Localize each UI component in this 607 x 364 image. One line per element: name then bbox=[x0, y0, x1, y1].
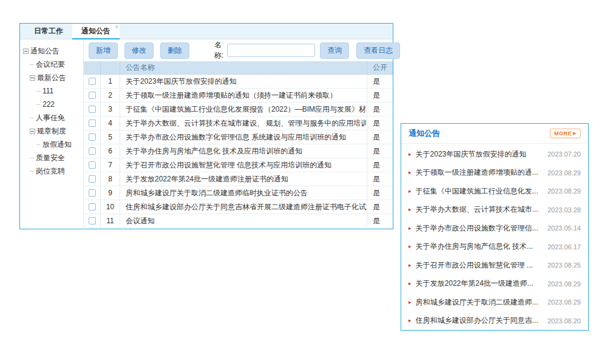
row-checkbox[interactable] bbox=[89, 133, 96, 141]
table-row[interactable]: 11 会议通知 是 bbox=[84, 214, 393, 228]
row-number-cell: 3 bbox=[101, 103, 120, 116]
table-row[interactable]: 10 住房和城乡建设部办公厅关于同意吉林省开展二级建造师注册证书电子化试点的..… bbox=[84, 200, 393, 214]
table-row[interactable]: 6 关于举办住房与房地产信息化 技术及应用培训班的通知 是 bbox=[84, 144, 393, 158]
table-row[interactable]: 4 关于举办大数据、云计算技术在城市建设、 规划、管理与服务中的应用培训班的..… bbox=[84, 116, 393, 130]
tree-item[interactable]: 规章制度 bbox=[20, 124, 83, 138]
collapse-minus-icon[interactable] bbox=[30, 75, 35, 81]
tree-item[interactable]: 质量安全 bbox=[20, 151, 83, 164]
table-row[interactable]: 7 关于召开市政公用设施智慧化管理 信息技术与应用培训班的通知 是 bbox=[84, 158, 393, 172]
notice-item-date: 2023.08.29 bbox=[548, 187, 581, 195]
tab-notice-announcement[interactable]: 通知公告 × bbox=[72, 24, 120, 39]
tree-item[interactable]: 会议纪要 bbox=[20, 58, 83, 71]
view-log-button[interactable]: 查看日志 bbox=[356, 42, 400, 59]
row-checkbox[interactable] bbox=[89, 147, 96, 155]
bullet-arrow-icon: ▸ bbox=[409, 170, 412, 175]
category-tree: 通知公告 会议纪要 最新公告 111 222 人事任免 规章制度 放假通知 质量… bbox=[20, 39, 84, 229]
tree-item-label: 最新公告 bbox=[37, 73, 66, 83]
notice-item-date: 2023.06.17 bbox=[548, 243, 581, 251]
tree-item-label: 岗位竞聘 bbox=[36, 166, 65, 177]
checkbox-cell bbox=[84, 75, 101, 88]
row-checkbox[interactable] bbox=[89, 175, 96, 183]
tab-label: 日常工作 bbox=[34, 26, 63, 36]
notice-widget-title: 通知公告 bbox=[409, 128, 440, 139]
bullet-arrow-icon: ▸ bbox=[409, 300, 412, 305]
tree-item[interactable]: 放假通知 bbox=[20, 138, 83, 151]
table-row[interactable]: 5 关于举办市政公用设施数字化管理信息 系统建设与应用培训班的通知 是 bbox=[84, 130, 393, 144]
row-public-cell: 是 bbox=[367, 146, 393, 157]
notice-list-item[interactable]: ▸ 关于领取一级注册建造师增项贴的通... 2023.08.29 bbox=[409, 164, 581, 183]
checkbox-cell bbox=[84, 172, 101, 186]
row-number-cell: 9 bbox=[101, 186, 120, 200]
row-title-cell: 关于领取一级注册建造师增项贴的通知（须持一建证书前来领取） bbox=[120, 89, 367, 102]
tree-item[interactable]: 最新公告 bbox=[20, 71, 83, 84]
notice-item-title: 房和城乡建设厅关于取消二级建造师... bbox=[416, 297, 543, 308]
table-row[interactable]: 2 关于领取一级注册建造师增项贴的通知（须持一建证书前来领取） 是 bbox=[84, 89, 393, 103]
notice-item-title: 关于举办大数据、云计算技术在城市... bbox=[416, 204, 543, 215]
main-area: 新增 修改 删除 名称: 查询 查看日志 公告名称 公开 1 关于2023年国庆 bbox=[84, 39, 393, 229]
row-checkbox[interactable] bbox=[89, 106, 96, 113]
notice-list-item[interactable]: ▸ 关于召开市政公用设施智慧化管理 ... 2023.08.25 bbox=[409, 256, 581, 275]
tree-item[interactable]: 人事任免 bbox=[20, 111, 83, 124]
notice-item-date: 2023.08.25 bbox=[548, 261, 581, 269]
tab-daily-work[interactable]: 日常工作 bbox=[25, 24, 72, 39]
row-title-cell: 会议通知 bbox=[120, 214, 367, 228]
bullet-arrow-icon: ▸ bbox=[409, 189, 412, 194]
tree-branch-line bbox=[30, 118, 34, 118]
tree-item-label: 放假通知 bbox=[42, 140, 72, 150]
notice-list-item[interactable]: ▸ 关于举办大数据、云计算技术在城市... 2023.03.28 bbox=[409, 201, 581, 220]
row-checkbox[interactable] bbox=[89, 217, 96, 224]
row-checkbox[interactable] bbox=[89, 161, 96, 169]
notice-list-item[interactable]: ▸ 关于举办市政公用设施数字化管理信... 2023.05.14 bbox=[409, 219, 581, 238]
notice-management-panel: 日常工作 通知公告 × 通知公告 会议纪要 最新公告 111 222 人事任免 … bbox=[19, 23, 393, 229]
row-title-cell: 关于2023年国庆节放假安排的通知 bbox=[120, 75, 367, 88]
notice-list-item[interactable]: ▸ 于征集《中国建筑施工行业信息化发... 2023.08.29 bbox=[409, 182, 581, 201]
row-number-cell: 6 bbox=[101, 144, 120, 158]
table-row[interactable]: 3 于征集《中国建筑施工行业信息化发展报告（2022）—BIM应用与发展》材料的… bbox=[84, 103, 393, 116]
notice-item-title: 关于召开市政公用设施智慧化管理 ... bbox=[416, 260, 543, 271]
tree-item[interactable]: 通知公告 bbox=[20, 44, 83, 58]
table-row[interactable]: 8 关于发放2022年第24批一级建造师注册证书的通知 是 bbox=[84, 172, 393, 186]
notice-list-item[interactable]: ▸ 关于举办住房与房地产信息化 技术... 2023.06.17 bbox=[409, 238, 581, 257]
delete-button[interactable]: 删除 bbox=[160, 42, 189, 59]
notice-list: ▸ 关于2023年国庆节放假安排的通知 2023.07.20 ▸ 关于领取一级注… bbox=[401, 144, 588, 330]
notice-list-item[interactable]: ▸ 房和城乡建设厅关于取消二级建造师... 2023.08.29 bbox=[409, 293, 581, 312]
row-number-cell: 1 bbox=[101, 75, 120, 88]
notice-item-title: 关于发放2022年第24批一级建造师... bbox=[416, 278, 543, 289]
row-checkbox[interactable] bbox=[89, 189, 96, 197]
name-input[interactable] bbox=[227, 44, 315, 57]
tree-item[interactable]: 111 bbox=[20, 84, 83, 98]
notice-list-item[interactable]: ▸ 关于2023年国庆节放假安排的通知 2023.07.20 bbox=[409, 145, 581, 164]
table-header-row: 公告名称 公开 bbox=[84, 61, 393, 75]
notice-list-item[interactable]: ▸ 关于发放2022年第24批一级建造师... 2023.08.29 bbox=[409, 275, 581, 294]
row-checkbox[interactable] bbox=[89, 78, 96, 85]
tab-label: 通知公告 bbox=[81, 26, 110, 36]
more-button[interactable]: MORE ▶ bbox=[550, 129, 581, 138]
close-icon[interactable]: × bbox=[115, 24, 118, 30]
table-row[interactable]: 9 房和城乡建设厅关于取消二级建造师临时执业证书的公告 是 bbox=[84, 186, 393, 200]
row-checkbox[interactable] bbox=[89, 92, 96, 99]
more-arrow-icon: ▶ bbox=[573, 131, 577, 136]
more-label: MORE bbox=[554, 130, 572, 136]
tree-item[interactable]: 岗位竞聘 bbox=[20, 164, 83, 178]
tree-item[interactable]: 222 bbox=[20, 98, 83, 111]
collapse-minus-icon[interactable] bbox=[30, 129, 35, 134]
collapse-minus-icon[interactable] bbox=[23, 49, 29, 54]
add-button[interactable]: 新增 bbox=[89, 42, 118, 59]
row-title-cell: 关于发放2022年第24批一级建造师注册证书的通知 bbox=[120, 172, 367, 186]
row-number-cell: 11 bbox=[101, 214, 120, 228]
row-public-cell: 是 bbox=[367, 104, 393, 115]
tree-item-label: 质量安全 bbox=[36, 153, 65, 163]
row-checkbox[interactable] bbox=[89, 203, 96, 211]
row-public-cell: 是 bbox=[367, 132, 393, 143]
checkbox-cell bbox=[84, 89, 101, 102]
row-public-cell: 是 bbox=[367, 76, 393, 87]
table-row[interactable]: 1 关于2023年国庆节放假安排的通知 是 bbox=[84, 75, 393, 89]
notice-list-item[interactable]: ▸ 住房和城乡建设部办公厅关于同意吉... 2023.08.20 bbox=[409, 312, 581, 331]
search-button[interactable]: 查询 bbox=[320, 42, 349, 59]
row-checkbox[interactable] bbox=[89, 120, 96, 127]
tree-branch-line bbox=[30, 64, 34, 65]
name-label: 名称: bbox=[214, 40, 223, 61]
bullet-arrow-icon: ▸ bbox=[409, 207, 412, 212]
notice-item-date: 2023.08.29 bbox=[548, 298, 581, 306]
edit-button[interactable]: 修改 bbox=[124, 42, 154, 59]
